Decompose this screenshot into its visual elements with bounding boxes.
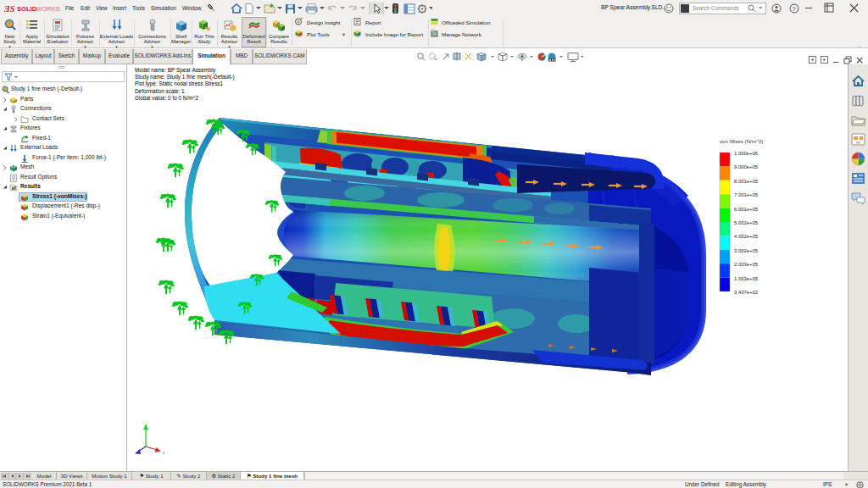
svg-text:WORKS: WORKS: [36, 5, 60, 13]
svg-text:4.002e+05: 4.002e+05: [734, 234, 759, 239]
svg-text:1.000e+06: 1.000e+06: [734, 151, 759, 156]
svg-text:3.437e+02: 3.437e+02: [734, 290, 758, 295]
svg-text:von Mises (N/m^2): von Mises (N/m^2): [720, 138, 763, 144]
svg-text:8.001e+05: 8.001e+05: [734, 179, 759, 184]
svg-text:5.002e+05: 5.002e+05: [734, 220, 759, 225]
svg-text:?: ?: [793, 5, 796, 13]
svg-text:7.001e+05: 7.001e+05: [734, 192, 759, 197]
svg-text:2.003e+05: 2.003e+05: [734, 262, 759, 267]
svg-text:ƎS: ƎS: [4, 4, 15, 14]
svg-text:9.000e+05: 9.000e+05: [734, 164, 759, 169]
svg-text:SOLID: SOLID: [17, 5, 37, 13]
svg-text:3.002e+05: 3.002e+05: [734, 248, 759, 253]
svg-text:x: x: [163, 450, 165, 455]
svg-text:6.001e+05: 6.001e+05: [734, 207, 759, 212]
svg-text:1.003e+05: 1.003e+05: [734, 276, 759, 281]
